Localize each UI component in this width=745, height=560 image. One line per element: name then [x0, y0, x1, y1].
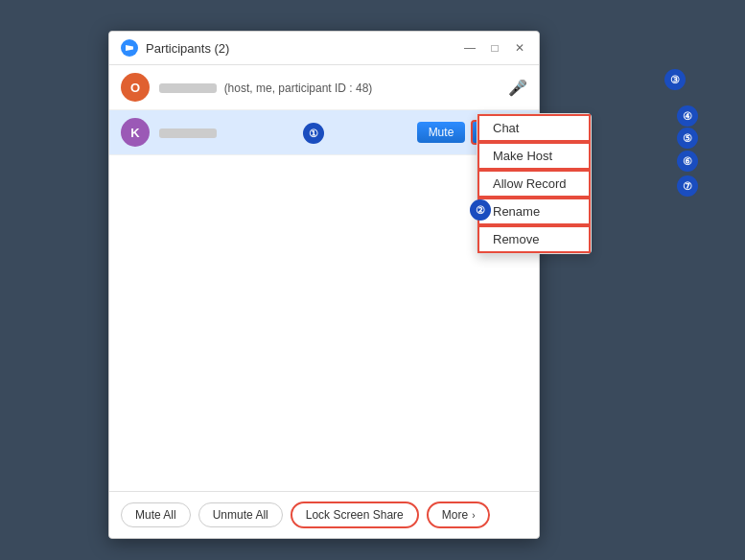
zoom-logo-icon: [121, 39, 138, 57]
participants-window: Participants (2) — □ ✕ O (host, me, part…: [108, 31, 540, 539]
dropdown-menu: Chat Make Host Allow Record Rename Remov…: [477, 113, 592, 254]
dropdown-make-host[interactable]: Make Host: [477, 142, 591, 170]
mic-icon-host: 🎤: [508, 78, 527, 97]
mute-all-button[interactable]: Mute All: [121, 502, 191, 527]
minimize-button[interactable]: —: [462, 40, 477, 56]
title-bar: Participants (2) — □ ✕: [109, 32, 539, 65]
dropdown-allow-record[interactable]: Allow Record: [477, 170, 591, 198]
dropdown-remove[interactable]: Remove: [477, 225, 591, 253]
chevron-right-icon-bottom: ›: [472, 510, 475, 521]
participant-row-host: O (host, me, participant ID : 48) 🎤: [109, 65, 539, 110]
annotation-5: ⑤: [677, 128, 698, 149]
participant-name-host: (host, me, participant ID : 48): [159, 81, 508, 95]
window-controls: — □ ✕: [462, 40, 527, 56]
annotation-7: ⑦: [677, 175, 698, 197]
window-title: Participants (2): [146, 41, 462, 56]
annotation-3: ③: [664, 69, 686, 90]
annotation-2: ②: [470, 199, 491, 221]
participant-name-guest: [159, 126, 417, 140]
mute-button[interactable]: Mute: [417, 122, 466, 143]
participant-row-guest: K Mute More ›: [109, 110, 539, 155]
bottom-more-button[interactable]: More ›: [427, 502, 491, 528]
maximize-button[interactable]: □: [487, 40, 502, 56]
annotation-1: ①: [303, 123, 324, 144]
name-blur-host: [159, 83, 217, 93]
participant-meta-host: (host, me, participant ID : 48): [224, 82, 373, 95]
lock-screen-share-button[interactable]: Lock Screen Share: [291, 502, 419, 528]
bottom-bar: Mute All Unmute All Lock Screen Share Mo…: [109, 491, 539, 538]
annotation-6: ⑥: [677, 151, 698, 172]
dropdown-chat[interactable]: Chat: [477, 114, 591, 142]
annotation-4: ④: [677, 105, 698, 127]
avatar-host: O: [121, 73, 150, 102]
close-button[interactable]: ✕: [512, 40, 527, 56]
avatar-guest: K: [121, 118, 150, 147]
unmute-all-button[interactable]: Unmute All: [198, 502, 283, 527]
dropdown-rename[interactable]: Rename: [477, 198, 591, 225]
name-blur-guest: [159, 128, 217, 138]
